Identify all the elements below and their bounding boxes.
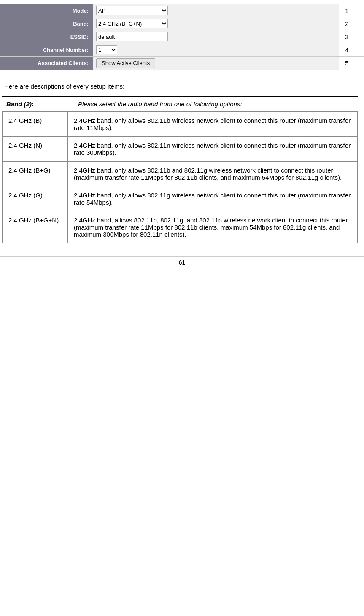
settings-input-cell-1: 2.4 GHz (B)2.4 GHz (N)2.4 GHz (B+G)2.4 G… xyxy=(93,17,339,30)
settings-number-2: 3 xyxy=(339,30,364,43)
show-active-clients-button[interactable]: Show Active Clients xyxy=(96,58,155,68)
settings-label-0: Mode: xyxy=(0,4,93,17)
band-options-table: 2.4 GHz (B)2.4GHz band, only allows 802.… xyxy=(2,111,358,243)
band-option-name-3: 2.4 GHz (G) xyxy=(3,186,68,211)
settings-row-1: Band:2.4 GHz (B)2.4 GHz (N)2.4 GHz (B+G)… xyxy=(0,17,364,30)
settings-number-4: 5 xyxy=(339,57,364,70)
settings-label-4: Associated Clients: xyxy=(0,57,93,70)
band-option-name-2: 2.4 GHz (B+G) xyxy=(3,162,68,186)
page-number: 61 xyxy=(0,256,364,266)
channel-select[interactable]: 1234567891011 xyxy=(96,45,117,54)
settings-label-3: Channel Number: xyxy=(0,43,93,57)
band-option-row-2: 2.4 GHz (B+G)2.4GHz band, only allows 80… xyxy=(3,162,358,186)
page-wrapper: Mode:APClientRepeater1Band:2.4 GHz (B)2.… xyxy=(0,0,364,278)
band-option-desc-4: 2.4GHz band, allows 802.11b, 802.11g, an… xyxy=(68,211,358,243)
band-option-row-1: 2.4 GHz (N)2.4GHz band, only allows 802.… xyxy=(3,137,358,162)
settings-row-2: ESSID:3 xyxy=(0,30,364,43)
settings-text-2[interactable] xyxy=(96,32,168,41)
description-section: Here are descriptions of every setup ite… xyxy=(0,78,364,248)
settings-number-0: 1 xyxy=(339,4,364,17)
settings-row-0: Mode:APClientRepeater1 xyxy=(0,4,364,17)
band-options-cell: 2.4 GHz (B)2.4GHz band, only allows 802.… xyxy=(2,111,358,244)
band-option-desc-2: 2.4GHz band, only allows 802.11b and 802… xyxy=(68,162,358,186)
settings-select-1[interactable]: 2.4 GHz (B)2.4 GHz (N)2.4 GHz (B+G)2.4 G… xyxy=(96,19,168,28)
band-header-desc: Please select the radio band from one of… xyxy=(74,97,358,111)
band-option-row-3: 2.4 GHz (G)2.4GHz band, only allows 802.… xyxy=(3,186,358,211)
band-option-row-4: 2.4 GHz (B+G+N)2.4GHz band, allows 802.1… xyxy=(3,211,358,243)
settings-row-4: Associated Clients:Show Active Clients5 xyxy=(0,57,364,70)
settings-number-1: 2 xyxy=(339,17,364,30)
band-option-desc-1: 2.4GHz band, only allows 802.11n wireles… xyxy=(68,137,358,162)
band-option-name-0: 2.4 GHz (B) xyxy=(3,112,68,137)
band-option-desc-3: 2.4GHz band, only allows 802.11g wireles… xyxy=(68,186,358,211)
settings-label-1: Band: xyxy=(0,17,93,30)
settings-input-cell-0: APClientRepeater xyxy=(93,4,339,17)
settings-input-cell-4: Show Active Clients xyxy=(93,57,339,70)
band-header-label: Band (2): xyxy=(2,97,74,111)
band-options-row: 2.4 GHz (B)2.4GHz band, only allows 802.… xyxy=(2,111,358,244)
settings-label-2: ESSID: xyxy=(0,30,93,43)
settings-row-3: Channel Number:12345678910114 xyxy=(0,43,364,57)
settings-input-cell-3: 1234567891011 xyxy=(93,43,339,57)
band-header-row: Band (2): Please select the radio band f… xyxy=(2,97,358,111)
band-option-name-1: 2.4 GHz (N) xyxy=(3,137,68,162)
band-option-row-0: 2.4 GHz (B)2.4GHz band, only allows 802.… xyxy=(3,112,358,137)
settings-number-3: 4 xyxy=(339,43,364,57)
settings-select-0[interactable]: APClientRepeater xyxy=(96,6,168,15)
settings-table: Mode:APClientRepeater1Band:2.4 GHz (B)2.… xyxy=(0,4,364,70)
desc-table: Band (2): Please select the radio band f… xyxy=(2,96,358,243)
band-option-name-4: 2.4 GHz (B+G+N) xyxy=(3,211,68,243)
band-option-desc-0: 2.4GHz band, only allows 802.11b wireles… xyxy=(68,112,358,137)
settings-input-cell-2 xyxy=(93,30,339,43)
description-intro: Here are descriptions of every setup ite… xyxy=(2,83,358,90)
